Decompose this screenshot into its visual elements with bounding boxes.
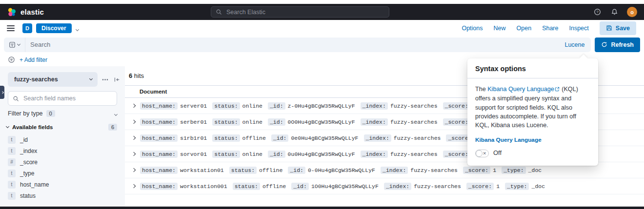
saved-query-menu-button[interactable] xyxy=(4,38,25,52)
expand-row-icon[interactable] xyxy=(129,152,138,155)
chevron-down-icon xyxy=(115,110,117,117)
field-label: _score: xyxy=(466,183,494,190)
notifications-bell-icon[interactable] xyxy=(610,7,619,17)
popover-title: Syntax options xyxy=(467,58,598,78)
field-value: online xyxy=(242,103,262,109)
field-label: status: xyxy=(212,134,240,142)
collapsed-panel-toggle[interactable] xyxy=(0,86,4,99)
index-options-icon[interactable] xyxy=(101,76,109,84)
elastic-brand[interactable]: elastic xyxy=(7,7,44,17)
refresh-icon xyxy=(601,41,607,48)
kql-doc-link[interactable]: Kibana Query Language xyxy=(487,86,560,93)
field-label: _index: xyxy=(384,183,411,190)
field-item[interactable]: tstatus xyxy=(8,190,117,201)
field-label: _index: xyxy=(361,151,388,158)
share-link[interactable]: Share xyxy=(542,25,558,32)
global-search-box[interactable] xyxy=(211,6,389,18)
field-value: online xyxy=(242,119,262,125)
expand-row-icon[interactable] xyxy=(129,185,138,188)
field-name: _score xyxy=(20,159,38,166)
field-type-icon: t xyxy=(8,181,16,189)
field-search-box[interactable] xyxy=(8,91,117,106)
table-row: host_name:workstation001status:offline_i… xyxy=(125,178,644,194)
open-link[interactable]: Open xyxy=(517,25,532,32)
row-content: host_name:workstation001status:offline_i… xyxy=(140,183,550,190)
inspect-link[interactable]: Inspect xyxy=(569,25,588,32)
field-type-icon: # xyxy=(8,158,16,166)
field-value: workstation001 xyxy=(180,183,227,190)
field-value: fuzzy-searches xyxy=(390,103,438,109)
switch-x-icon: ✕ xyxy=(483,151,486,157)
field-label: host_name: xyxy=(140,151,178,158)
filter-by-type-row[interactable]: Filter by type 0 xyxy=(8,110,117,117)
available-fields-header[interactable]: Available fields 6 xyxy=(6,124,117,131)
global-search-input[interactable] xyxy=(225,8,384,16)
field-value: s1rb1r01 xyxy=(180,135,207,141)
field-label: _score: xyxy=(443,102,470,110)
field-label: host_name: xyxy=(140,167,178,174)
options-link[interactable]: Options xyxy=(462,25,483,32)
hits-label: hits xyxy=(134,72,144,79)
field-type-icon: t xyxy=(8,170,16,177)
index-pattern-select[interactable]: fuzzy-searches xyxy=(8,72,98,87)
field-label: host_name: xyxy=(140,134,178,142)
field-label: status: xyxy=(212,118,240,126)
expand-row-icon[interactable] xyxy=(129,169,138,171)
field-value: workstation01 xyxy=(180,167,224,173)
field-value: online xyxy=(242,151,262,157)
menu-hamburger-icon[interactable] xyxy=(7,25,15,31)
help-icon[interactable]: ? xyxy=(593,7,602,17)
kql-switch-label: Kibana Query Language xyxy=(475,136,590,144)
space-badge[interactable]: D xyxy=(22,23,32,33)
field-label: host_name: xyxy=(140,118,178,126)
field-search-input[interactable] xyxy=(22,95,112,102)
breadcrumb-discover[interactable]: Discover xyxy=(36,23,72,33)
new-link[interactable]: New xyxy=(494,25,506,32)
filter-by-type-label: Filter by type xyxy=(8,110,43,117)
field-item[interactable]: #_score xyxy=(8,156,117,168)
field-value: fuzzy-searches xyxy=(394,135,441,141)
filter-funnel-icon[interactable] xyxy=(8,56,15,63)
field-value: 1 xyxy=(493,167,496,173)
field-label: _score: xyxy=(443,151,470,158)
field-label: host_name: xyxy=(140,102,178,110)
expand-row-icon[interactable] xyxy=(129,104,138,107)
field-value: server01 xyxy=(180,103,207,109)
app-nav-bar: D Discover Options New Open Share Inspec… xyxy=(0,20,644,36)
popover-text: The xyxy=(475,86,487,93)
expand-row-icon[interactable] xyxy=(129,136,138,139)
query-input-box[interactable]: Lucene xyxy=(4,38,591,52)
chevron-down-icon xyxy=(89,77,93,80)
expand-row-icon[interactable] xyxy=(129,120,138,123)
field-label: _id: xyxy=(271,134,289,142)
collapse-sidebar-icon[interactable] xyxy=(113,76,121,84)
breadcrumb-chevron-down-icon[interactable] xyxy=(76,24,79,33)
field-label: _index: xyxy=(361,118,388,126)
field-label: _type: xyxy=(505,183,529,190)
field-value: fuzzy-searches xyxy=(410,167,458,173)
query-language-button[interactable]: Lucene xyxy=(558,41,591,48)
field-type-icon: t xyxy=(8,147,16,155)
field-item[interactable]: t_type xyxy=(8,168,117,179)
field-label: status: xyxy=(233,183,260,190)
field-value: z-0Hu4gBCgW35RwQLLyF xyxy=(288,103,355,109)
save-button[interactable]: Save xyxy=(600,21,636,35)
refresh-button[interactable]: Refresh xyxy=(595,38,640,52)
kql-toggle-switch[interactable]: ✕ xyxy=(475,150,489,157)
field-value: 0O0Hu4gBCgW35RwQLLyF xyxy=(288,119,355,125)
saved-query-icon xyxy=(9,41,16,48)
field-value: offline xyxy=(242,135,266,141)
field-value: _doc xyxy=(528,167,542,173)
query-search-input[interactable] xyxy=(25,41,558,48)
search-icon xyxy=(13,95,19,102)
field-item[interactable]: t_id xyxy=(8,134,117,145)
field-item[interactable]: thost_name xyxy=(8,179,117,190)
svg-text:?: ? xyxy=(596,10,599,14)
global-header: elastic ? o xyxy=(0,4,644,20)
switch-knob xyxy=(476,150,483,157)
field-type-icon: t xyxy=(8,192,16,200)
elastic-logo-icon xyxy=(7,7,17,17)
user-avatar[interactable]: o xyxy=(627,7,637,17)
field-item[interactable]: t_index xyxy=(8,145,117,156)
add-filter-button[interactable]: + Add filter xyxy=(20,57,47,63)
